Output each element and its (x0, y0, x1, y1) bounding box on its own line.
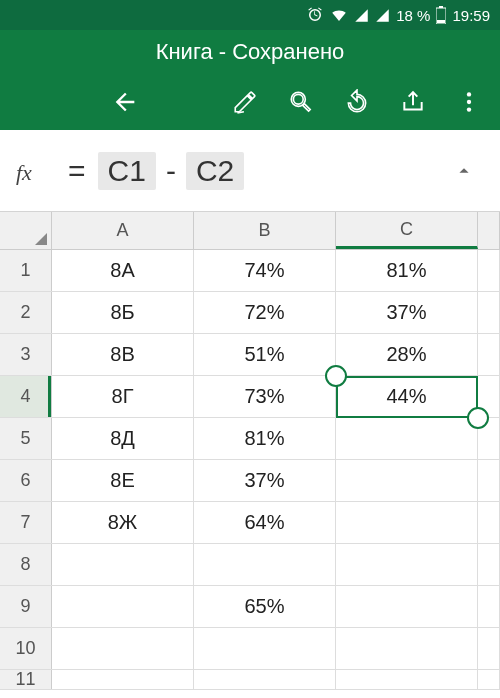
svg-rect-2 (437, 20, 445, 23)
row-header[interactable]: 3 (0, 334, 52, 375)
clock-time: 19:59 (452, 7, 490, 24)
row-header[interactable]: 2 (0, 292, 52, 333)
row-header[interactable]: 6 (0, 460, 52, 501)
svg-point-4 (467, 100, 471, 104)
cell[interactable] (478, 460, 500, 501)
cell[interactable] (194, 670, 336, 689)
cell[interactable] (336, 460, 478, 501)
cell[interactable]: 8А (52, 250, 194, 291)
row-header[interactable]: 11 (0, 670, 52, 689)
cell[interactable]: 8Е (52, 460, 194, 501)
title-bar: Книга - Сохранено (0, 30, 500, 74)
cell[interactable]: 73% (194, 376, 336, 417)
cell[interactable]: 81% (194, 418, 336, 459)
cell[interactable]: 72% (194, 292, 336, 333)
col-header-b[interactable]: B (194, 212, 336, 249)
grid-row: 1 8А 74% 81% (0, 250, 500, 292)
cell-selected[interactable]: 44% (336, 376, 478, 417)
alarm-icon (306, 6, 324, 24)
cell[interactable] (336, 502, 478, 543)
select-all-corner[interactable] (0, 212, 52, 249)
cell[interactable] (194, 628, 336, 669)
cell[interactable]: 81% (336, 250, 478, 291)
undo-button[interactable] (344, 89, 370, 115)
edit-button[interactable] (232, 89, 258, 115)
android-status-bar: 18 % 19:59 (0, 0, 500, 30)
cell[interactable]: 8Ж (52, 502, 194, 543)
cell[interactable]: 8Б (52, 292, 194, 333)
cell[interactable] (478, 628, 500, 669)
cell[interactable] (52, 628, 194, 669)
svg-point-3 (467, 92, 471, 96)
signal-icon-2 (375, 8, 390, 23)
col-header-d[interactable] (478, 212, 500, 249)
battery-icon (436, 6, 446, 24)
cell[interactable] (52, 544, 194, 585)
col-header-a[interactable]: A (52, 212, 194, 249)
cell[interactable] (336, 418, 478, 459)
row-header[interactable]: 5 (0, 418, 52, 459)
svg-point-5 (467, 107, 471, 111)
row-header[interactable]: 9 (0, 586, 52, 627)
cell[interactable] (478, 586, 500, 627)
cell[interactable]: 65% (194, 586, 336, 627)
formula-bar[interactable]: fx = C1 - C2 (0, 130, 500, 212)
grid-row: 7 8Ж 64% (0, 502, 500, 544)
share-button[interactable] (400, 89, 426, 115)
row-header[interactable]: 1 (0, 250, 52, 291)
selection-handle-bottom-right[interactable] (467, 407, 489, 429)
cell[interactable] (478, 544, 500, 585)
row-header[interactable]: 4 (0, 376, 52, 417)
cell[interactable]: 8Г (52, 376, 194, 417)
cell[interactable] (336, 628, 478, 669)
selection-handle-top-left[interactable] (325, 365, 347, 387)
cell[interactable]: 28% (336, 334, 478, 375)
cell[interactable] (478, 334, 500, 375)
grid-row: 6 8Е 37% (0, 460, 500, 502)
cell[interactable]: 37% (336, 292, 478, 333)
cell[interactable]: 51% (194, 334, 336, 375)
wifi-icon (330, 6, 348, 24)
fx-label: fx (16, 155, 68, 187)
row-header[interactable]: 10 (0, 628, 52, 669)
back-button[interactable] (18, 88, 232, 116)
battery-percent: 18 % (396, 7, 430, 24)
cell[interactable] (52, 586, 194, 627)
grid-row: 8 (0, 544, 500, 586)
cell-ref-1[interactable]: C1 (98, 152, 156, 190)
cell[interactable] (478, 250, 500, 291)
svg-rect-1 (439, 6, 443, 8)
spreadsheet-grid[interactable]: A B C 1 8А 74% 81% 2 8Б 72% 37% 3 8В 51%… (0, 212, 500, 690)
cell[interactable] (52, 670, 194, 689)
cell[interactable]: 8Д (52, 418, 194, 459)
cell[interactable] (336, 544, 478, 585)
grid-row: 2 8Б 72% 37% (0, 292, 500, 334)
cell[interactable] (336, 586, 478, 627)
cell[interactable] (336, 670, 478, 689)
toolbar (0, 74, 500, 130)
cell[interactable]: 8В (52, 334, 194, 375)
row-header[interactable]: 7 (0, 502, 52, 543)
formula-collapse-button[interactable] (444, 160, 484, 182)
grid-row: 4 8Г 73% 44% (0, 376, 500, 418)
cell[interactable]: 74% (194, 250, 336, 291)
cell[interactable]: 37% (194, 460, 336, 501)
search-button[interactable] (288, 89, 314, 115)
cell[interactable]: 64% (194, 502, 336, 543)
more-button[interactable] (456, 89, 482, 115)
row-header[interactable]: 8 (0, 544, 52, 585)
cell[interactable] (194, 544, 336, 585)
grid-row: 5 8Д 81% (0, 418, 500, 460)
col-header-c[interactable]: C (336, 212, 478, 249)
grid-row: 11 (0, 670, 500, 690)
cell[interactable] (478, 292, 500, 333)
grid-row: 3 8В 51% 28% (0, 334, 500, 376)
column-headers: A B C (0, 212, 500, 250)
cell[interactable] (478, 502, 500, 543)
cell-ref-2[interactable]: C2 (186, 152, 244, 190)
grid-row: 9 65% (0, 586, 500, 628)
formula-content[interactable]: = C1 - C2 (68, 152, 444, 190)
document-title: Книга - Сохранено (156, 39, 345, 65)
grid-row: 10 (0, 628, 500, 670)
cell[interactable] (478, 670, 500, 689)
